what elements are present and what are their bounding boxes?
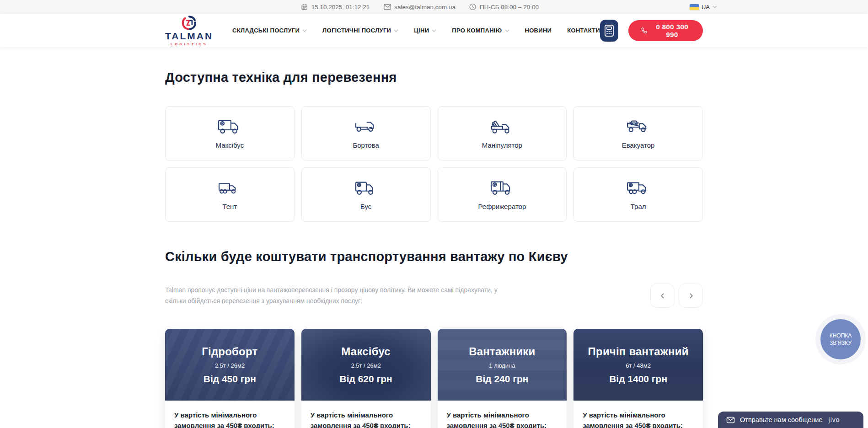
chat-button-label: КНОПКА ЗВ'ЯЗКУ bbox=[826, 332, 855, 347]
phone-number: 0 800 300 990 bbox=[653, 23, 691, 38]
vehicle-card[interactable]: Бортова bbox=[301, 106, 431, 160]
phone-icon bbox=[640, 26, 648, 35]
flatbed-truck-icon bbox=[353, 118, 379, 137]
clock-icon bbox=[469, 3, 477, 11]
calculator-button[interactable] bbox=[600, 20, 618, 42]
crane-truck-icon bbox=[489, 118, 515, 137]
email-text: sales@talman.com.ua bbox=[394, 4, 455, 11]
site-header: TALMAN LOGISTICS СКЛАДСЬКІ ПОСЛУГИ ЛОГІС… bbox=[0, 14, 868, 47]
pricing-card: Вантажники 1 людина Від 240 грн У вартіс… bbox=[438, 329, 567, 428]
pricing-card-price: Від 620 грн bbox=[339, 374, 392, 385]
pricing-card-spec: 1 людина bbox=[489, 362, 515, 369]
vehicle-card[interactable]: Евакуатор bbox=[573, 106, 703, 160]
nav-item-label: ЛОГІСТИЧНІ ПОСЛУГИ bbox=[322, 27, 391, 34]
pricing-card: Причіп вантажний 6т / 48м2 Від 1400 грн … bbox=[573, 329, 703, 428]
pricing-card-name: Причіп вантажний bbox=[588, 345, 689, 358]
main-content: Доступна техніка для перевезення Максібу… bbox=[165, 47, 703, 428]
header-actions: 0 800 300 990 bbox=[600, 20, 703, 42]
maxibus-truck-icon bbox=[216, 118, 243, 137]
nav-item[interactable]: ПРО КОМПАНІЮ bbox=[452, 27, 509, 34]
talman-emblem-icon bbox=[182, 15, 197, 31]
logo-title: TALMAN bbox=[165, 31, 213, 41]
vehicle-label: Тент bbox=[222, 203, 237, 210]
pricing-card-body: У вартість мінімального замовлення за 45… bbox=[438, 401, 567, 428]
nav-item[interactable]: КОНТАКТИ bbox=[567, 27, 600, 34]
vehicle-label: Максібус bbox=[216, 141, 244, 149]
calculator-icon bbox=[604, 24, 615, 37]
chevron-down-icon bbox=[505, 29, 509, 32]
vehicle-label: Рефрижератор bbox=[478, 203, 526, 210]
main-nav: СКЛАДСЬКІ ПОСЛУГИ ЛОГІСТИЧНІ ПОСЛУГИ ЦІН… bbox=[232, 27, 600, 34]
nav-item-label: ЦІНИ bbox=[414, 27, 429, 34]
carousel-prev-button[interactable] bbox=[650, 284, 675, 308]
pricing-card-price: Від 1400 грн bbox=[609, 374, 667, 385]
vehicle-label: Трал bbox=[631, 203, 646, 210]
pricing-card-spec: 2.5т / 26м2 bbox=[215, 362, 245, 369]
datetime-text: 15.10.2025, 01:12:21 bbox=[311, 4, 370, 11]
chevron-left-icon bbox=[659, 293, 666, 299]
datetime-item: 15.10.2025, 01:12:21 bbox=[301, 3, 370, 11]
lowboy-truck-icon bbox=[625, 179, 652, 198]
working-hours-text: ПН-СБ 08:00 – 20:00 bbox=[480, 4, 539, 11]
nav-item-label: СКЛАДСЬКІ ПОСЛУГИ bbox=[232, 27, 300, 34]
nav-item[interactable]: НОВИНИ bbox=[525, 27, 552, 34]
pricing-card-spec: 2.5т / 26м2 bbox=[351, 362, 381, 369]
nav-item[interactable]: СКЛАДСЬКІ ПОСЛУГИ bbox=[232, 27, 307, 34]
nav-item-label: НОВИНИ bbox=[525, 27, 552, 34]
vehicle-label: Маніпулятор bbox=[482, 141, 522, 149]
tent-truck-icon bbox=[216, 179, 243, 198]
pricing-card-name: Вантажники bbox=[469, 345, 535, 358]
vehicle-card[interactable]: Максібус bbox=[165, 106, 295, 160]
pricing-card-image: Гідроборт 2.5т / 26м2 Від 450 грн bbox=[165, 329, 295, 401]
chevron-down-icon bbox=[713, 5, 717, 8]
topbar: 15.10.2025, 01:12:21 sales@talman.com.ua… bbox=[0, 0, 868, 14]
vehicle-card[interactable]: Тент bbox=[165, 167, 295, 222]
vehicles-grid: Максібус Бортова Маніпулятор Евакуатор bbox=[165, 106, 703, 222]
pricing-card-spec: 6т / 48м2 bbox=[626, 362, 651, 369]
chevron-down-icon bbox=[394, 29, 398, 32]
pricing-card: Максібус 2.5т / 26м2 Від 620 грн У варті… bbox=[301, 329, 431, 428]
vehicle-card[interactable]: Бус bbox=[301, 167, 431, 222]
nav-item[interactable]: ЦІНИ bbox=[414, 27, 436, 34]
pricing-card-body: У вартість мінімального замовлення за 45… bbox=[301, 401, 431, 428]
vehicles-title: Доступна техніка для перевезення bbox=[165, 70, 703, 85]
message-envelope-icon bbox=[726, 417, 735, 423]
nav-item-label: КОНТАКТИ bbox=[567, 27, 600, 34]
pricing-card: Гідроборт 2.5т / 26м2 Від 450 грн У варт… bbox=[165, 329, 295, 428]
calendar-icon bbox=[301, 3, 308, 11]
phone-button[interactable]: 0 800 300 990 bbox=[628, 20, 703, 41]
chevron-right-icon bbox=[688, 293, 694, 299]
pricing-card-image: Причіп вантажний 6т / 48м2 Від 1400 грн bbox=[573, 329, 703, 401]
ukraine-flag-icon bbox=[690, 4, 699, 10]
language-selector[interactable]: UA bbox=[690, 0, 717, 14]
logo-subtitle: LOGISTICS bbox=[171, 42, 208, 46]
pricing-card-image: Вантажники 1 людина Від 240 грн bbox=[438, 329, 567, 401]
refrigerator-truck-icon bbox=[489, 179, 515, 198]
vehicle-card[interactable]: Трал bbox=[573, 167, 703, 222]
van-truck-icon bbox=[353, 179, 379, 198]
nav-item-label: ПРО КОМПАНІЮ bbox=[452, 27, 502, 34]
vehicle-label: Бус bbox=[360, 203, 371, 210]
working-hours-item: ПН-СБ 08:00 – 20:00 bbox=[469, 3, 539, 11]
vehicle-label: Бортова bbox=[353, 141, 379, 149]
nav-item[interactable]: ЛОГІСТИЧНІ ПОСЛУГИ bbox=[322, 27, 398, 34]
pricing-title: Скільки буде коштувати транспортування в… bbox=[165, 249, 703, 264]
pricing-card-name: Максібус bbox=[341, 345, 391, 358]
topbar-info: 15.10.2025, 01:12:21 sales@talman.com.ua… bbox=[301, 0, 539, 14]
vehicle-card[interactable]: Маніпулятор bbox=[438, 106, 567, 160]
pricing-cards: Гідроборт 2.5т / 26м2 Від 450 грн У варт… bbox=[165, 329, 703, 428]
talman-logo[interactable]: TALMAN LOGISTICS bbox=[165, 15, 213, 46]
vehicle-label: Евакуатор bbox=[622, 141, 655, 149]
email-item: sales@talman.com.ua bbox=[383, 4, 455, 11]
tow-truck-icon bbox=[625, 118, 652, 137]
carousel-next-button[interactable] bbox=[679, 284, 703, 308]
chevron-down-icon bbox=[432, 29, 436, 32]
jivo-brand-label: jivo bbox=[829, 416, 840, 423]
pricing-section: Скільки буде коштувати транспортування в… bbox=[165, 222, 703, 428]
vehicle-card[interactable]: Рефрижератор bbox=[438, 167, 567, 222]
envelope-icon bbox=[383, 4, 391, 10]
chat-widget-button[interactable]: КНОПКА ЗВ'ЯЗКУ bbox=[815, 314, 866, 364]
pricing-card-body: У вартість мінімального замовлення за 45… bbox=[165, 401, 295, 428]
chevron-down-icon bbox=[302, 29, 307, 32]
jivo-chat-bar[interactable]: Отправьте нам сообщение jivo bbox=[718, 412, 863, 428]
